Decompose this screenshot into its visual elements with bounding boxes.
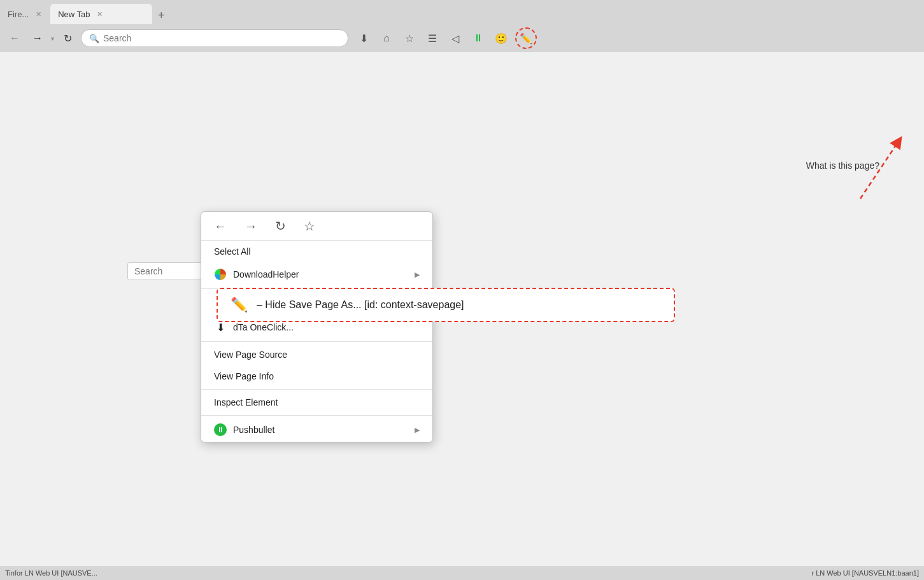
tab-inactive-label: Fire... [8, 10, 29, 19]
cm-view-info-label: View Page Info [214, 371, 274, 381]
tab-inactive[interactable]: Fire... ✕ [0, 4, 50, 24]
cm-dta-oneclick-label: dTa OneClick... [233, 322, 294, 332]
status-bar: Tinfor LN Web UI [NAUSVE... r LN Web UI … [0, 566, 924, 580]
home-icon[interactable]: ⌂ [378, 29, 395, 47]
history-dropdown[interactable]: ▾ [51, 35, 54, 42]
pencil-icon: ✏️ [520, 32, 532, 45]
cm-view-source-label: View Page Source [214, 350, 287, 360]
back-arrow-icon[interactable]: ◁ [446, 29, 464, 47]
status-left: Tinfor LN Web UI [NAUSVE... [5, 569, 97, 577]
tab-active[interactable]: New Tab ✕ [50, 4, 152, 24]
context-menu-items: Select All DownloadHelper ▶ ⬇ DownThemAl… [201, 241, 432, 442]
tab-close-active[interactable]: ✕ [96, 10, 104, 18]
add-tab-button[interactable]: + [152, 6, 170, 24]
cm-downloadhelper-arrow: ▶ [415, 271, 420, 279]
cm-pushbullet-arrow: ▶ [415, 426, 420, 434]
reload-button[interactable]: ↻ [58, 29, 77, 48]
bookmark-star-icon[interactable]: ☆ [401, 29, 418, 47]
context-menu-toolbar: ← → ↻ ☆ [201, 212, 432, 241]
address-bar[interactable]: 🔍 [81, 29, 348, 47]
cm-inspect-label: Inspect Element [214, 397, 278, 407]
cm-downloadhelper-label: DownloadHelper [233, 269, 299, 279]
tab-close-inactive[interactable]: ✕ [34, 10, 43, 18]
pencil-dashed-border: ✏️ [515, 27, 537, 49]
search-icon: 🔍 [89, 34, 99, 43]
svg-line-1 [860, 141, 899, 199]
cm-forward-button[interactable]: → [245, 219, 257, 234]
toolbar-icons: ⬇ ⌂ ☆ ☰ ◁ ⏸ 🙂 ✏️ [355, 27, 537, 49]
cm-pushbullet-label: Pushbullet [233, 425, 274, 435]
cm-select-all[interactable]: Select All [201, 241, 432, 262]
highlight-pencil-icon: ✏️ [231, 297, 248, 313]
pencil-extension-icon[interactable]: ✏️ [515, 27, 537, 49]
separator-2 [201, 341, 432, 342]
cm-view-source[interactable]: View Page Source [201, 344, 432, 365]
cm-back-button[interactable]: ← [214, 219, 227, 234]
emoji-icon[interactable]: 🙂 [492, 29, 510, 47]
download-icon[interactable]: ⬇ [355, 29, 373, 47]
cm-select-all-label: Select All [214, 246, 251, 257]
cm-reload-button[interactable]: ↻ [275, 218, 286, 234]
pushbullet-icon: ⏸ [214, 423, 227, 436]
cm-bookmark-button[interactable]: ☆ [304, 218, 315, 234]
annotation-arrow [809, 129, 911, 205]
pushbullet-toolbar-icon[interactable]: ⏸ [469, 29, 487, 47]
browser-toolbar: ← → ▾ ↻ 🔍 ⬇ ⌂ ☆ ☰ ◁ ⏸ 🙂 ✏️ [0, 24, 924, 52]
dta-oneclick-icon: ⬇ [214, 321, 227, 334]
status-right: r LN Web UI [NAUSVELN1:baan1] [811, 569, 919, 577]
downloadhelper-icon [214, 268, 227, 281]
list-icon[interactable]: ☰ [423, 29, 441, 47]
tab-active-label: New Tab [58, 10, 90, 19]
context-menu: ← → ↻ ☆ Select All DownloadHelper ▶ ⬇ [201, 211, 433, 442]
cm-inspect[interactable]: Inspect Element [201, 392, 432, 413]
cm-view-info[interactable]: View Page Info [201, 365, 432, 387]
separator-4 [201, 415, 432, 416]
highlight-item-box: ✏️ – Hide Save Page As... [id: context-s… [217, 288, 675, 322]
separator-3 [201, 389, 432, 390]
cm-pushbullet[interactable]: ⏸ Pushbullet ▶ [201, 418, 432, 442]
search-input[interactable] [103, 33, 340, 43]
back-button[interactable]: ← [5, 29, 24, 48]
content-area: Search ← → ↻ ☆ Select All DownloadHelper… [0, 52, 924, 580]
forward-button[interactable]: → [28, 29, 47, 48]
highlight-item-label: – Hide Save Page As... [id: context-save… [257, 299, 464, 311]
cm-downloadhelper[interactable]: DownloadHelper ▶ [201, 262, 432, 286]
